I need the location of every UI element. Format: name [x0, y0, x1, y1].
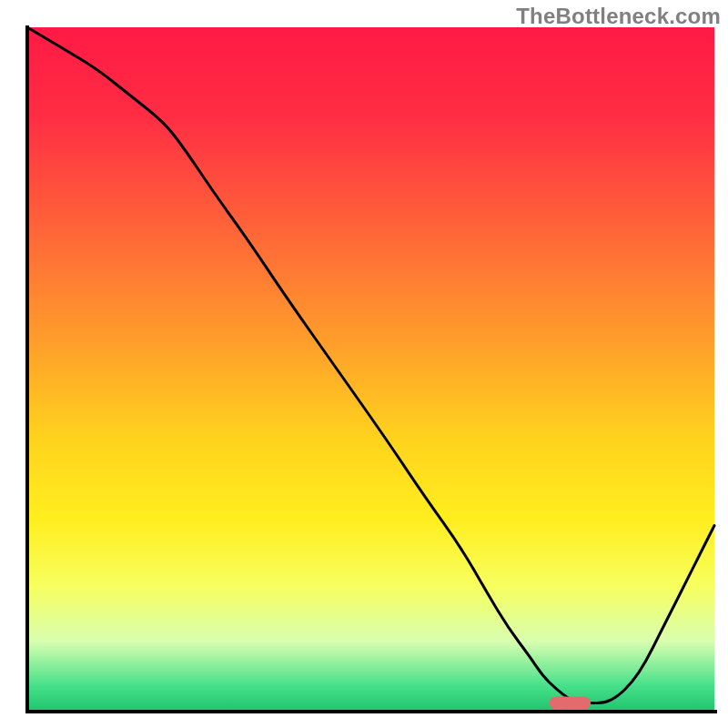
- chart-container: { "attribution": "TheBottleneck.com", "c…: [0, 0, 728, 728]
- optimal-zone-marker: [550, 697, 591, 710]
- bottleneck-chart: [0, 0, 728, 728]
- chart-background: [27, 27, 714, 710]
